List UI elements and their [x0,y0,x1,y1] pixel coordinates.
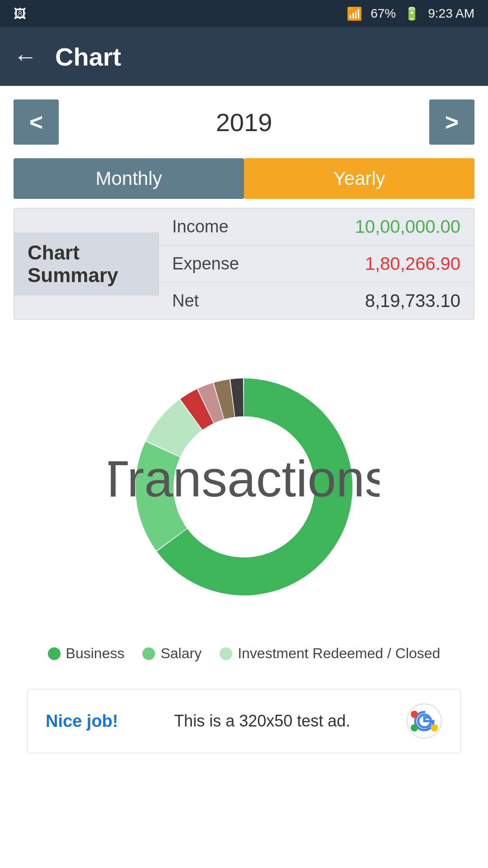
wifi-icon: 📶 [347,6,362,21]
donut-center-label: Transactions [108,450,380,507]
tab-yearly-label: Yearly [333,168,385,189]
tab-yearly[interactable]: Yearly [244,158,474,199]
donut-chart-container: Transactions [0,329,488,636]
ad-logo-icon [406,703,442,739]
svg-point-2 [411,724,418,731]
svg-point-3 [411,711,418,718]
legend-dot-investment [220,647,232,660]
summary-section-label-col: Chart Summary [14,232,159,296]
income-value: 10,00,000.00 [355,217,460,237]
expense-value: 1,80,266.90 [365,254,460,274]
net-value: 8,19,733.10 [365,291,460,311]
ad-description: This is a 320x50 test ad. [174,712,350,731]
legend-dot-business [48,647,61,660]
legend-label-investment: Investment Redeemed / Closed [238,645,440,662]
legend-item-business: Business [48,645,125,662]
year-label: 2019 [216,108,272,137]
tab-container: Monthly Yearly [14,158,474,199]
tab-monthly[interactable]: Monthly [14,158,244,199]
net-row: Net 8,19,733.10 [159,283,474,319]
back-button[interactable]: ← [14,45,37,68]
donut-chart-svg: Transactions [108,351,380,623]
ad-banner: Nice job! This is a 320x50 test ad. [27,689,461,753]
expense-label: Expense [172,254,239,274]
legend-label-salary: Salary [160,645,202,662]
summary-data-col: Income 10,00,000.00 Expense 1,80,266.90 … [159,208,474,319]
expense-row: Expense 1,80,266.90 [159,245,474,283]
income-label: Income [172,217,229,236]
next-year-button[interactable]: > [429,99,474,145]
legend-label-business: Business [66,645,125,662]
net-label: Net [172,291,199,311]
legend-item-salary: Salary [142,645,202,662]
svg-point-1 [431,724,438,731]
summary-row: Chart Summary Income 10,00,000.00 Expens… [14,208,474,319]
app-header: ← Chart [0,27,488,86]
prev-arrow-icon: < [29,108,43,136]
chart-summary-label: Chart Summary [28,241,145,287]
battery-icon: 🔋 [404,6,420,21]
page-title: Chart [55,42,121,71]
time-display: 9:23 AM [428,6,474,21]
legend-dot-salary [142,647,155,660]
tab-monthly-label: Monthly [95,168,162,189]
ad-nice-label: Nice job! [46,712,118,731]
year-navigation: < 2019 > [0,86,488,158]
prev-year-button[interactable]: < [14,99,59,145]
income-row: Income 10,00,000.00 [159,208,474,245]
next-arrow-icon: > [445,108,459,136]
battery-percent: 67% [371,6,396,21]
chart-legend: Business Salary Investment Redeemed / Cl… [0,636,488,680]
chart-summary-table: Chart Summary Income 10,00,000.00 Expens… [14,208,474,320]
legend-item-investment: Investment Redeemed / Closed [220,645,440,662]
photo-icon: 🖼 [14,6,26,21]
status-bar: 🖼 📶 67% 🔋 9:23 AM [0,0,488,27]
